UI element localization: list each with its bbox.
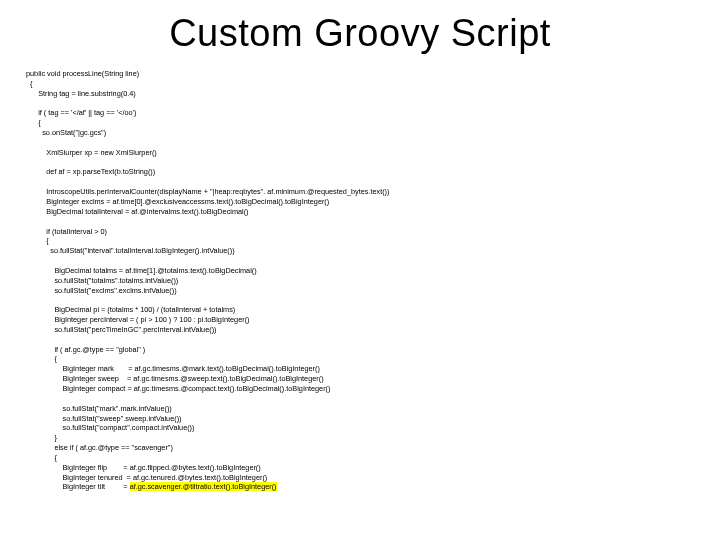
code-line: BigInteger exclms = af.time[0].@exclusiv…: [34, 197, 329, 206]
code-line: IntroscopeUtils.perIntervalCounter(displ…: [34, 187, 389, 196]
code-line: {: [30, 79, 32, 88]
code-line: BigInteger tenured = af.gc.tenured.@byte…: [38, 473, 267, 482]
code-line: BigDecimal totalInterval = af.@intervalm…: [34, 207, 248, 216]
code-line: BigInteger percInterval = ( pi > 100 ) ?…: [38, 315, 249, 324]
code-line: {: [30, 118, 41, 127]
code-line: so.fullStat("compact".compact.intValue()…: [38, 423, 194, 432]
code-line: BigInteger tilt =: [38, 482, 129, 491]
code-line: BigInteger flip = af.gc.flipped.@bytes.t…: [38, 463, 261, 472]
code-line: BigDecimal totalms = af.time[1].@totalms…: [38, 266, 256, 275]
code-line: def af = xp.parseText(b.toString()): [34, 167, 155, 176]
code-line: if ( tag == '</af' || tag == '</oo'): [30, 108, 136, 117]
code-line: so.fullStat("interval".totalInterval.toB…: [34, 246, 235, 255]
code-line: {: [38, 354, 57, 363]
code-line: BigDecimal pi = (totalms * 100) / (total…: [38, 305, 235, 314]
code-line: BigInteger compact = af.gc.timesms.@comp…: [38, 384, 330, 393]
slide-title: Custom Groovy Script: [26, 12, 694, 55]
code-line: }: [38, 433, 57, 442]
code-line: XmlSlurper xp = new XmlSlurper(): [34, 148, 157, 157]
code-line: String tag = line.substring(0.4): [30, 89, 136, 98]
code-block: public void processLine(String line) { S…: [26, 69, 694, 492]
code-line: BigInteger mark = af.gc.timesms.@mark.te…: [38, 364, 320, 373]
code-line: so.fullStat("exclms".exclms.intValue()): [38, 286, 176, 295]
code-line: so.fullStat("mark".mark.intValue()): [38, 404, 172, 413]
code-line: else if ( af.gc.@type == "scavenger"): [38, 443, 173, 452]
code-line: if ( af.gc.@type == "global" ): [38, 345, 145, 354]
code-line: so.fullStat("percTimeInGC".percInterval.…: [38, 325, 216, 334]
code-line: so.fullStat("totalms".totalms.intValue()…: [38, 276, 178, 285]
code-line: BigInteger sweep = af.gc.timesms.@sweep.…: [38, 374, 323, 383]
highlighted-code: af.gc.scavenger.@tiltratio.text().toBigI…: [130, 482, 277, 491]
code-line: so.fullStat("sweep".sweep.intValue()): [38, 414, 181, 423]
slide: Custom Groovy Script public void process…: [0, 0, 720, 540]
code-line: {: [34, 236, 49, 245]
code-line: if (totalInterval > 0): [34, 227, 107, 236]
code-line: {: [38, 453, 57, 462]
code-line: public void processLine(String line): [26, 69, 139, 78]
code-line: so.onStat("|gc.gcs"): [30, 128, 106, 137]
